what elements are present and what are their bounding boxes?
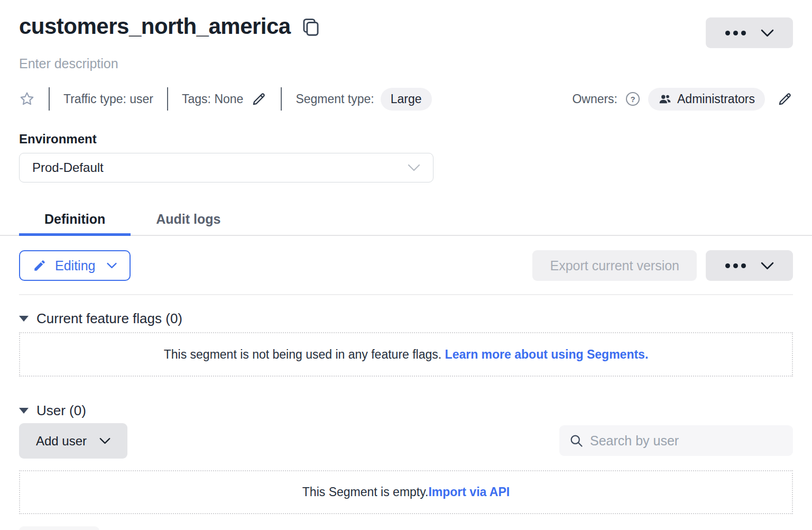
divider [49, 87, 50, 111]
feature-flags-section-title: Current feature flags (0) [36, 310, 182, 327]
chevron-down-icon [761, 29, 774, 37]
edit-owners-pencil-icon[interactable] [777, 91, 793, 107]
collapse-caret-icon [19, 316, 29, 322]
tags-group: Tags: None [182, 91, 267, 107]
collapse-caret-icon [19, 408, 29, 414]
learn-more-link[interactable]: Learn more about using Segments. [445, 348, 649, 361]
tags-label: Tags: None [182, 92, 243, 106]
ellipsis-icon [725, 31, 746, 35]
segment-type-label: Segment type: [296, 92, 374, 106]
meta-row: Traffic type: user Tags: None Segment ty… [19, 87, 793, 111]
page-title: customers_north_america [19, 14, 291, 39]
divider [167, 87, 168, 111]
feature-flags-section-header[interactable]: Current feature flags (0) [19, 310, 182, 327]
title-row: customers_north_america [19, 14, 320, 39]
environment-selected-value: Prod-Default [32, 160, 104, 175]
owners-label: Owners: [572, 92, 617, 106]
user-empty-state: This Segment is empty.Import via API [19, 470, 793, 514]
tab-audit-logs[interactable]: Audit logs [131, 203, 246, 235]
edit-tags-pencil-icon[interactable] [251, 91, 267, 107]
cutoff-bottom-button[interactable] [19, 526, 99, 530]
chevron-down-icon [107, 262, 117, 269]
tab-definition[interactable]: Definition [19, 203, 131, 235]
owners-group: Owners: ? Administrators [572, 88, 793, 111]
help-icon[interactable]: ? [626, 92, 640, 106]
people-icon [658, 92, 672, 106]
traffic-type-label: Traffic type: user [63, 92, 153, 106]
feature-flags-empty-text: This segment is not being used in any fe… [164, 348, 445, 361]
ellipsis-icon [725, 263, 746, 268]
user-section-header[interactable]: User (0) [19, 403, 86, 419]
feature-flags-empty-state: This segment is not being used in any fe… [19, 332, 793, 377]
definition-more-actions-button[interactable] [706, 250, 793, 281]
export-current-version-button[interactable]: Export current version [532, 250, 697, 281]
divider [19, 294, 793, 295]
editing-label: Editing [55, 258, 95, 273]
definition-toolbar: Editing Export current version [19, 250, 793, 281]
search-icon [569, 433, 584, 448]
meta-left: Traffic type: user Tags: None Segment ty… [19, 87, 432, 111]
divider [281, 87, 282, 111]
pencil-icon [33, 259, 47, 272]
environment-select[interactable]: Prod-Default [19, 153, 433, 182]
segment-detail-page: customers_north_america Enter descriptio… [0, 0, 812, 530]
user-search-input[interactable] [590, 433, 783, 449]
segment-type-group: Segment type: Large [296, 88, 431, 111]
owners-value: Administrators [677, 92, 755, 106]
segment-type-badge: Large [381, 88, 432, 111]
chevron-down-icon [761, 262, 774, 270]
import-via-api-link[interactable]: Import via API [428, 485, 510, 499]
user-search-box [559, 425, 793, 456]
editing-mode-button[interactable]: Editing [19, 250, 131, 281]
chevron-down-icon [408, 164, 420, 171]
chevron-down-icon [99, 437, 110, 444]
tab-bar: Definition Audit logs [0, 203, 812, 236]
description-placeholder[interactable]: Enter description [19, 56, 118, 71]
add-user-label: Add user [36, 434, 87, 449]
environment-label: Environment [19, 132, 97, 147]
owners-badge: Administrators [648, 88, 765, 111]
header-more-actions-button[interactable] [706, 17, 793, 48]
user-section-title: User (0) [36, 403, 86, 419]
copy-icon[interactable] [301, 17, 320, 38]
favorite-star-icon[interactable] [19, 91, 35, 107]
add-user-button[interactable]: Add user [19, 423, 127, 459]
user-empty-text: This Segment is empty. [302, 485, 429, 499]
